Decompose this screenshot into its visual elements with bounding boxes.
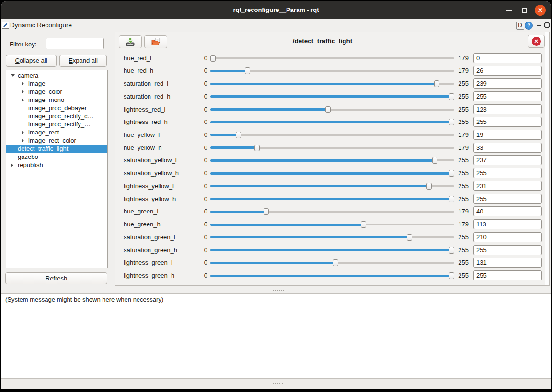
param-max-label: 255 (456, 169, 469, 177)
param-slider[interactable] (210, 142, 454, 154)
maximize-icon[interactable] (522, 8, 527, 13)
tree-item-camera[interactable]: camera (6, 71, 107, 79)
slider-handle[interactable] (361, 221, 366, 228)
chevron-collapsed-icon[interactable] (20, 90, 28, 94)
slider-handle[interactable] (426, 183, 432, 190)
param-value-input[interactable]: 255 (473, 168, 542, 178)
slider-handle[interactable] (210, 55, 216, 62)
param-slider[interactable] (210, 244, 454, 257)
tree-item-image_proc_debayer[interactable]: image_proc_debayer (6, 104, 107, 112)
refresh-button[interactable]: Refresh (5, 272, 107, 284)
param-value-input[interactable]: 123 (473, 104, 542, 114)
slider-handle[interactable] (449, 119, 454, 125)
chevron-expanded-icon[interactable] (9, 74, 18, 77)
param-slider[interactable] (210, 103, 454, 116)
chevron-collapsed-icon[interactable] (20, 98, 28, 102)
tree-item-gazebo[interactable]: gazebo (6, 153, 107, 161)
close-plugin-icon[interactable] (544, 22, 550, 28)
tree-item-label: image (28, 80, 45, 87)
param-min-label: 0 (192, 67, 207, 74)
slider-handle[interactable] (449, 196, 454, 202)
slider-handle[interactable] (449, 170, 454, 177)
window-title: rqt_reconfigure__Param - rqt (1, 1, 551, 19)
dock-d-button[interactable]: D (516, 22, 524, 30)
param-slider[interactable] (210, 154, 454, 167)
slider-handle[interactable] (407, 234, 412, 241)
slider-handle[interactable] (449, 247, 454, 254)
param-value-input[interactable]: 210 (473, 232, 542, 242)
splitter-handle[interactable] (273, 290, 284, 291)
slider-handle[interactable] (434, 80, 439, 87)
close-icon[interactable]: ✕ (535, 5, 546, 16)
param-value-input[interactable]: 131 (473, 258, 542, 268)
tree-item-image_color[interactable]: image_color (6, 88, 107, 96)
tree-item-image_proc_rectify_[interactable]: image_proc_rectify_… (6, 120, 107, 128)
param-value-input[interactable]: 33 (473, 143, 542, 153)
param-value-input[interactable]: 26 (473, 66, 542, 76)
param-slider[interactable] (210, 90, 454, 103)
param-value-input[interactable]: 231 (473, 181, 542, 191)
slider-handle[interactable] (333, 259, 338, 266)
chevron-collapsed-icon[interactable] (20, 131, 28, 134)
chevron-collapsed-icon[interactable] (20, 82, 28, 86)
chevron-collapsed-icon[interactable] (20, 139, 28, 143)
slider-handle[interactable] (432, 157, 437, 164)
param-slider[interactable] (210, 116, 454, 128)
tree-item-image_mono[interactable]: image_mono (6, 96, 107, 104)
param-value-input[interactable]: 237 (473, 155, 542, 165)
slider-handle[interactable] (245, 67, 250, 74)
undock-icon[interactable] (537, 25, 541, 26)
param-slider[interactable] (210, 269, 454, 282)
slider-handle[interactable] (449, 272, 454, 279)
close-node-button[interactable]: ✕ (528, 35, 545, 48)
slider-handle[interactable] (264, 208, 269, 215)
param-value-input[interactable]: 255 (473, 91, 542, 101)
param-value-input[interactable]: 19 (473, 130, 542, 140)
tree-item-label: gazebo (18, 153, 38, 160)
plugin-title: Dynamic Reconfigure (10, 22, 72, 29)
param-value-input[interactable]: 40 (473, 206, 542, 216)
param-slider[interactable] (210, 231, 454, 244)
slider-track[interactable] (210, 134, 454, 136)
param-slider[interactable] (210, 52, 454, 65)
status-splitter-handle[interactable] (273, 383, 284, 384)
param-value-input[interactable]: 255 (473, 270, 542, 280)
slider-handle[interactable] (236, 132, 241, 138)
param-slider[interactable] (210, 65, 454, 77)
minimize-icon[interactable] (506, 10, 512, 11)
param-value-input[interactable]: 255 (473, 117, 542, 127)
tree-item-image[interactable]: image (6, 79, 107, 88)
param-slider[interactable] (210, 167, 454, 179)
param-slider[interactable] (210, 78, 454, 90)
collapse-all-button[interactable]: Collapse all (6, 55, 57, 67)
filter-key-input[interactable] (46, 38, 104, 49)
slider-handle[interactable] (325, 106, 331, 113)
slider-track[interactable] (210, 57, 454, 59)
window-titlebar[interactable]: rqt_reconfigure__Param - rqt ✕ (1, 1, 551, 19)
plugin-configure-icon[interactable] (2, 22, 9, 29)
slider-handle[interactable] (449, 93, 454, 100)
tree-item-image_rect[interactable]: image_rect (6, 128, 107, 136)
param-min-label: 0 (192, 55, 207, 62)
param-value-input[interactable]: 255 (473, 194, 542, 204)
param-value-input[interactable]: 255 (473, 245, 542, 255)
scrollbar-groove[interactable] (545, 32, 549, 285)
param-slider[interactable] (210, 180, 454, 192)
help-icon[interactable]: ? (525, 22, 533, 30)
param-value-input[interactable]: 239 (473, 78, 542, 89)
param-row-saturation_yellow_h: saturation_yellow_h0255255 (115, 167, 544, 179)
tree-item-detect_traffic_light[interactable]: detect_traffic_light (6, 145, 107, 153)
slider-handle[interactable] (254, 145, 260, 151)
param-slider[interactable] (210, 129, 454, 141)
param-slider[interactable] (210, 218, 454, 231)
param-slider[interactable] (210, 205, 454, 218)
tree-item-republish[interactable]: republish (6, 161, 107, 169)
tree-item-image_proc_rectify_c[interactable]: image_proc_rectify_c… (6, 112, 107, 120)
param-value-input[interactable]: 0 (473, 53, 542, 63)
expand-all-button[interactable]: Expand all (59, 55, 107, 67)
param-slider[interactable] (210, 257, 454, 269)
chevron-collapsed-icon[interactable] (9, 163, 18, 167)
param-slider[interactable] (210, 193, 454, 205)
tree-item-image_rect_color[interactable]: image_rect_color (6, 136, 107, 145)
param-value-input[interactable]: 113 (473, 219, 542, 229)
